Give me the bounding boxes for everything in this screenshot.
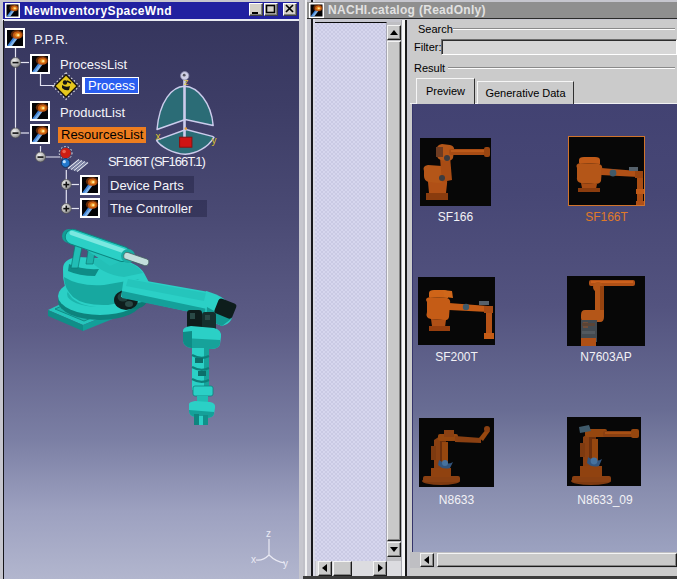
svg-text:x: x	[156, 131, 161, 142]
svg-text:y: y	[212, 135, 217, 146]
svg-text:z: z	[266, 528, 271, 539]
svg-text:z: z	[184, 77, 189, 87]
svg-text:x: x	[251, 554, 256, 565]
svg-text:y: y	[283, 558, 288, 569]
